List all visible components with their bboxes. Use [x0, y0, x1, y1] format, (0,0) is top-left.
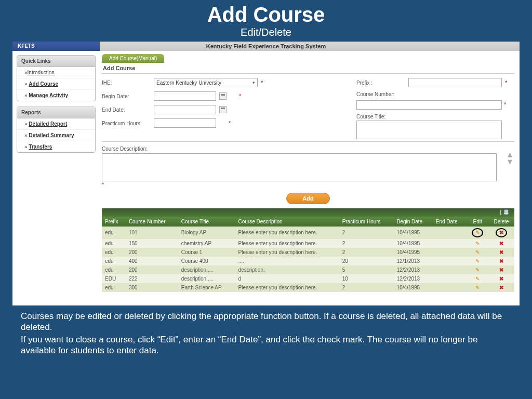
- col-course-title: Course Title: [178, 217, 235, 227]
- input-prefix[interactable]: [408, 78, 502, 87]
- input-end-date[interactable]: [154, 105, 216, 114]
- edit-icon[interactable]: ✎: [475, 276, 480, 282]
- input-course-title[interactable]: [356, 121, 502, 139]
- label-ihe: IHE:: [102, 80, 154, 86]
- cell-course-description: Please enter you description here.: [235, 239, 339, 248]
- cell-practicum-hours: 5: [339, 265, 394, 274]
- label-course-number: Course Number:: [356, 91, 408, 97]
- app-title: Kentucky Field Experience Tracking Syste…: [206, 43, 326, 49]
- cell-practicum-hours: 2: [339, 248, 394, 257]
- delete-icon[interactable]: ✖: [499, 249, 503, 255]
- app-titlebar: KFETS Kentucky Field Experience Tracking…: [12, 42, 520, 51]
- input-course-number[interactable]: [356, 100, 502, 110]
- edit-icon[interactable]: ✎: [475, 249, 480, 255]
- divider: [102, 73, 514, 74]
- cell-practicum-hours: 2: [339, 239, 394, 248]
- cell-end-date: [433, 239, 467, 248]
- cell-begin-date: 10/4/1995: [394, 227, 433, 239]
- cell-course-description: ....: [235, 257, 339, 265]
- input-course-description[interactable]: [102, 153, 497, 181]
- divider: [102, 141, 514, 142]
- label-course-title: Course Title:: [356, 114, 408, 119]
- dropdown-ihe[interactable]: Eastern Kentucky University: [154, 78, 258, 87]
- calendar-icon[interactable]: [219, 106, 227, 113]
- scrollbar-icon[interactable]: ▴▾: [508, 151, 512, 165]
- delete-icon[interactable]: ✖: [499, 276, 503, 282]
- grid-header-row: Prefix Course Number Course Title Course…: [102, 217, 514, 227]
- cell-end-date: [433, 248, 467, 257]
- cell-practicum-hours: 2: [339, 283, 394, 292]
- tab-add-course-manual[interactable]: Add Course(Manual): [102, 54, 164, 63]
- cell-end-date: [433, 265, 467, 274]
- course-grid: | 📇 Prefix Course Number Course Title Co…: [102, 208, 514, 292]
- col-begin-date: Begin Date: [394, 217, 433, 227]
- cell-begin-date: 12/1/2013: [394, 257, 433, 265]
- delete-icon[interactable]: ✖: [499, 241, 503, 246]
- sidebar-item-introduction[interactable]: »Introduction: [17, 67, 95, 78]
- footer-p1: Courses may be edited or deleted by clic…: [21, 311, 511, 333]
- label-end-date: End Date:: [102, 107, 154, 113]
- cell-end-date: [433, 257, 467, 265]
- cell-course-description: Please enter you description here.: [235, 283, 339, 292]
- col-end-date: End Date: [433, 217, 467, 227]
- edit-icon[interactable]: ✎: [475, 241, 480, 246]
- delete-icon[interactable]: ✖: [499, 285, 503, 290]
- sidebar-item-detailed-summary[interactable]: » Detailed Summary: [17, 130, 95, 141]
- delete-icon[interactable]: ✖: [499, 258, 503, 264]
- cell-course-title: description.....: [178, 274, 235, 283]
- table-row: EDU222description.....d1012/2/2013✎✖: [102, 274, 514, 283]
- cell-begin-date: 10/4/1995: [394, 248, 433, 257]
- cell-end-date: [433, 274, 467, 283]
- sidebar-item-manage-activity[interactable]: » Manage Activity: [17, 90, 95, 101]
- calendar-icon[interactable]: [219, 92, 227, 100]
- edit-icon[interactable]: ✎: [475, 285, 480, 290]
- footer-text: Courses may be edited or deleted by clic…: [0, 305, 532, 356]
- cell-course-number: 101: [126, 227, 178, 239]
- section-title: Add Course: [103, 65, 514, 71]
- col-course-description: Course Description: [235, 217, 339, 227]
- edit-icon[interactable]: ✎: [475, 258, 480, 264]
- table-row: edu101Biology APPlease enter you descrip…: [102, 227, 514, 239]
- cell-course-number: 222: [126, 274, 178, 283]
- cell-end-date: [433, 283, 467, 292]
- delete-icon[interactable]: ✖: [496, 228, 507, 237]
- app-window: KFETS Kentucky Field Experience Tracking…: [12, 42, 520, 305]
- cell-course-description: description.: [235, 265, 339, 274]
- sidebar-group-quicklinks: Quick Links »Introduction » Add Course »…: [17, 55, 96, 101]
- cell-practicum-hours: 20: [339, 257, 394, 265]
- sidebar-header: Quick Links: [17, 56, 95, 67]
- add-button[interactable]: Add: [286, 193, 330, 204]
- cell-course-number: 150: [126, 239, 178, 248]
- label-practicum-hours: Practicum Hours:: [102, 121, 154, 126]
- input-practicum-hours[interactable]: [154, 118, 216, 128]
- delete-icon[interactable]: ✖: [499, 267, 503, 273]
- brand-label: KFETS: [12, 42, 100, 51]
- cell-course-number: 200: [126, 248, 178, 257]
- edit-icon[interactable]: ✎: [472, 228, 483, 237]
- table-row: edu400Course 400....2012/1/2013✎✖: [102, 257, 514, 265]
- input-begin-date[interactable]: [154, 91, 216, 101]
- label-prefix: Prefix :: [356, 80, 408, 86]
- cell-begin-date: 10/4/1995: [394, 239, 433, 248]
- sidebar-item-transfers[interactable]: » Transfers: [17, 141, 95, 152]
- col-delete: Delete: [488, 217, 514, 227]
- cell-course-title: Biology AP: [178, 227, 235, 239]
- sidebar-item-detailed-report[interactable]: » Detailed Report: [17, 118, 95, 130]
- table-row: edu150chemistry APPlease enter you descr…: [102, 239, 514, 248]
- cell-course-title: chemistry AP: [178, 239, 235, 248]
- edit-icon[interactable]: ✎: [475, 267, 480, 273]
- table-row: edu200Course 1Please enter you descripti…: [102, 248, 514, 257]
- sidebar-item-add-course[interactable]: » Add Course: [17, 78, 95, 90]
- cell-course-description: Please enter you description here.: [235, 227, 339, 239]
- col-practicum-hours: Practicum Hours: [339, 217, 394, 227]
- cell-practicum-hours: 2: [339, 227, 394, 239]
- slide-title: Add Course: [0, 0, 532, 26]
- grid-toolbar[interactable]: | 📇: [102, 208, 514, 217]
- cell-end-date: [433, 227, 467, 239]
- cell-course-title: Earth Science AP: [178, 283, 235, 292]
- cell-prefix: EDU: [102, 274, 126, 283]
- cell-prefix: edu: [102, 283, 126, 292]
- label-course-description: Course Description:: [102, 146, 514, 152]
- cell-prefix: edu: [102, 239, 126, 248]
- cell-course-title: Course 1: [178, 248, 235, 257]
